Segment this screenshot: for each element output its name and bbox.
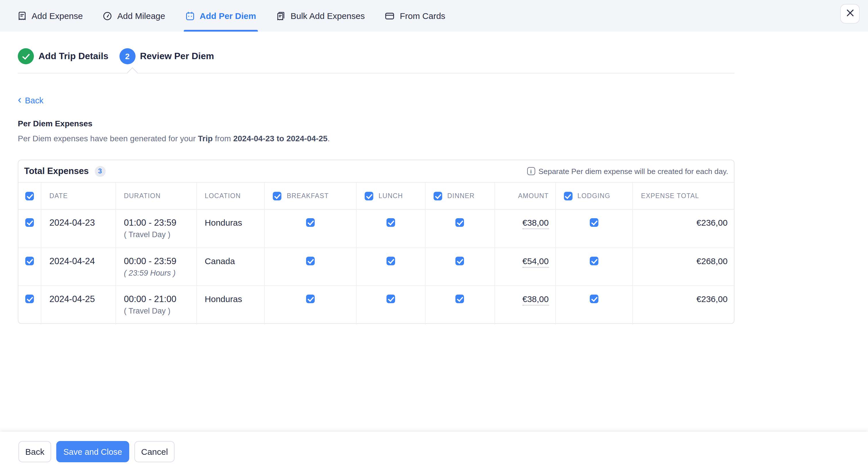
dinner-checkbox[interactable] <box>456 256 464 265</box>
tab-label: Bulk Add Expenses <box>290 11 365 21</box>
table-header-row: DATE DURATION LOCATION BREAKFAST LUNCH D… <box>19 182 734 210</box>
back-button[interactable]: Back <box>19 441 52 462</box>
duration-cell: 00:00 - 21:00 ( Travel Day ) <box>116 286 197 324</box>
col-duration: DURATION <box>116 183 197 209</box>
lunch-checkbox[interactable] <box>386 294 395 303</box>
dinner-all-checkbox[interactable] <box>434 191 442 200</box>
col-location: LOCATION <box>197 183 265 209</box>
select-all-checkbox[interactable] <box>25 191 34 200</box>
expense-total-value: €268,00 <box>633 248 734 285</box>
count-badge: 3 <box>94 166 105 177</box>
lodging-all-checkbox[interactable] <box>564 191 572 200</box>
date-cell: 2024-04-24 <box>41 248 116 285</box>
tab-label: From Cards <box>400 11 445 21</box>
tab-add-per-diem[interactable]: Add Per Diem <box>185 0 256 32</box>
col-lunch: LUNCH <box>356 183 426 209</box>
dinner-checkbox[interactable] <box>456 294 464 303</box>
step2-label: Review Per Diem <box>140 51 214 61</box>
stepper-active-notch <box>127 67 138 78</box>
save-and-close-button[interactable]: Save and Close <box>57 441 129 462</box>
close-icon <box>846 9 854 19</box>
date-cell: 2024-04-23 <box>41 210 116 247</box>
table-row: 2024-04-25 00:00 - 21:00 ( Travel Day ) … <box>19 286 734 324</box>
tab-add-expense[interactable]: Add Expense <box>18 0 83 32</box>
col-date: DATE <box>41 183 116 209</box>
card-title: Total Expenses <box>24 166 89 176</box>
expense-total-value: €236,00 <box>633 210 734 247</box>
duration-cell: 01:00 - 23:59 ( Travel Day ) <box>116 210 197 247</box>
receipts-stack-icon <box>276 11 285 21</box>
col-dinner: DINNER <box>426 183 495 209</box>
back-link[interactable]: ‹ Back <box>18 96 43 105</box>
lunch-checkbox[interactable] <box>386 256 395 265</box>
step2-circle: 2 <box>119 48 135 64</box>
table-row: 2024-04-24 00:00 - 23:59 ( 23:59 Hours )… <box>19 248 734 286</box>
stepper-divider <box>18 73 735 73</box>
breakfast-checkbox[interactable] <box>306 256 315 265</box>
per-diem-heading: Per Diem Expenses <box>18 119 92 128</box>
total-expenses-card: Total Expenses 3 i Separate Per diem exp… <box>18 160 735 324</box>
lodging-checkbox[interactable] <box>590 294 598 303</box>
breakfast-all-checkbox[interactable] <box>273 191 282 200</box>
lunch-checkbox[interactable] <box>386 218 395 227</box>
location-cell: Honduras <box>197 210 265 247</box>
row-checkbox[interactable] <box>25 294 34 303</box>
calendar-icon <box>185 11 194 21</box>
col-amount: AMOUNT <box>495 183 556 209</box>
row-checkbox[interactable] <box>25 218 34 227</box>
footer-bar: Back Save and Close Cancel <box>0 432 868 470</box>
credit-card-icon <box>385 11 395 21</box>
tab-label: Add Expense <box>32 11 83 21</box>
card-header: Total Expenses 3 i Separate Per diem exp… <box>19 160 734 182</box>
dinner-checkbox[interactable] <box>456 218 464 227</box>
receipt-icon <box>18 11 26 21</box>
step1-label: Add Trip Details <box>38 51 108 61</box>
tab-label: Add Mileage <box>117 11 165 21</box>
close-button[interactable] <box>840 4 860 24</box>
info-icon: i <box>527 167 535 175</box>
location-cell: Canada <box>197 248 265 285</box>
amount-value[interactable]: €54,00 <box>522 256 549 267</box>
amount-value[interactable]: €38,00 <box>522 294 549 306</box>
per-diem-description: Per Diem expenses have been generated fo… <box>18 134 330 143</box>
expense-total-value: €236,00 <box>633 286 734 324</box>
table-row: 2024-04-23 01:00 - 23:59 ( Travel Day ) … <box>19 210 734 248</box>
tab-from-cards[interactable]: From Cards <box>385 0 445 32</box>
chevron-left-icon: ‹ <box>18 96 22 104</box>
col-breakfast: BREAKFAST <box>265 183 356 209</box>
add-per-diem-modal: Add Expense Add Mileage Add <box>0 0 868 470</box>
card-note: i Separate Per diem expense will be crea… <box>527 167 728 176</box>
tab-add-mileage[interactable]: Add Mileage <box>103 0 165 32</box>
lunch-all-checkbox[interactable] <box>365 191 373 200</box>
step1-done-icon <box>18 48 34 64</box>
col-expense-total: EXPENSE TOTAL <box>633 183 734 209</box>
amount-value[interactable]: €38,00 <box>522 218 549 229</box>
duration-cell: 00:00 - 23:59 ( 23:59 Hours ) <box>116 248 197 285</box>
cancel-button[interactable]: Cancel <box>134 441 175 462</box>
tab-bulk-add-expenses[interactable]: Bulk Add Expenses <box>276 0 365 32</box>
col-lodging: LODGING <box>556 183 633 209</box>
gauge-icon <box>103 11 112 21</box>
stepper: Add Trip Details 2 Review Per Diem <box>18 48 214 64</box>
breakfast-checkbox[interactable] <box>306 218 315 227</box>
tab-label: Add Per Diem <box>199 11 256 21</box>
lodging-checkbox[interactable] <box>590 256 598 265</box>
lodging-checkbox[interactable] <box>590 218 598 227</box>
row-checkbox[interactable] <box>25 256 34 265</box>
breakfast-checkbox[interactable] <box>306 294 315 303</box>
tab-bar: Add Expense Add Mileage Add <box>0 0 868 32</box>
location-cell: Honduras <box>197 286 265 324</box>
date-cell: 2024-04-25 <box>41 286 116 324</box>
